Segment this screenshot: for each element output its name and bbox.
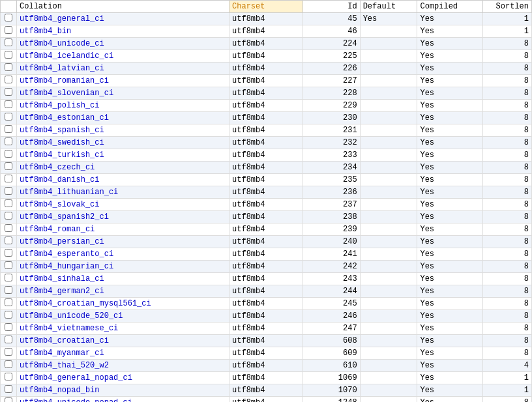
row-checkbox-cell [1, 112, 17, 124]
row-checkbox[interactable] [5, 323, 12, 331]
table-row: utf8mb4_danish_ciutf8mb4235Yes8 [1, 174, 532, 186]
row-checkbox-cell [1, 285, 17, 298]
row-id: 235 [303, 174, 360, 186]
row-checkbox[interactable] [5, 360, 12, 368]
row-checkbox-cell [1, 137, 17, 149]
row-charset: utf8mb4 [229, 285, 303, 298]
row-checkbox[interactable] [5, 113, 12, 121]
row-checkbox[interactable] [5, 261, 12, 269]
row-checkbox[interactable] [5, 137, 12, 145]
row-checkbox-cell [1, 13, 17, 25]
row-checkbox[interactable] [5, 51, 12, 59]
row-id: 244 [303, 285, 360, 298]
row-checkbox[interactable] [5, 397, 12, 402]
row-default [360, 199, 417, 211]
table-row: utf8mb4_myanmar_ciutf8mb4609Yes8 [1, 347, 532, 360]
table-row: utf8mb4_nopad_binutf8mb41070Yes1 [1, 384, 532, 397]
header-charset[interactable]: Charset [229, 1, 303, 13]
row-charset: utf8mb4 [229, 162, 303, 174]
table-row: utf8mb4_sinhala_ciutf8mb4243Yes8 [1, 273, 532, 285]
row-charset: utf8mb4 [229, 50, 303, 63]
row-collation: utf8mb4_sinhala_ci [17, 273, 229, 285]
header-checkbox [1, 1, 17, 13]
row-checkbox-cell [1, 199, 17, 211]
row-id: 232 [303, 137, 360, 149]
row-sortlen: 8 [482, 310, 531, 323]
row-sortlen: 1 [482, 372, 531, 384]
row-sortlen: 8 [482, 174, 531, 186]
row-charset: utf8mb4 [229, 248, 303, 261]
row-collation: utf8mb4_general_ci [17, 13, 229, 25]
row-charset: utf8mb4 [229, 124, 303, 137]
row-checkbox[interactable] [5, 373, 12, 380]
row-checkbox[interactable] [5, 88, 12, 96]
row-sortlen: 8 [482, 261, 531, 273]
row-charset: utf8mb4 [229, 273, 303, 285]
row-checkbox[interactable] [5, 125, 12, 133]
header-compiled[interactable]: Compiled [417, 1, 482, 13]
header-id[interactable]: Id [303, 1, 360, 13]
row-checkbox[interactable] [5, 298, 12, 306]
table-row: utf8mb4_estonian_ciutf8mb4230Yes8 [1, 112, 532, 124]
row-checkbox[interactable] [5, 249, 12, 257]
table-row: utf8mb4_turkish_ciutf8mb4233Yes8 [1, 149, 532, 162]
row-checkbox[interactable] [5, 286, 12, 294]
row-checkbox[interactable] [5, 385, 12, 393]
row-checkbox[interactable] [5, 224, 12, 232]
row-charset: utf8mb4 [229, 347, 303, 360]
row-default: Yes [360, 13, 417, 25]
row-checkbox[interactable] [5, 212, 12, 220]
table-row: utf8mb4_binutf8mb446Yes1 [1, 25, 532, 38]
row-checkbox[interactable] [5, 76, 12, 83]
row-id: 237 [303, 199, 360, 211]
row-sortlen: 8 [482, 100, 531, 112]
row-id: 238 [303, 211, 360, 223]
header-collation[interactable]: Collation [17, 1, 229, 13]
row-id: 229 [303, 100, 360, 112]
row-checkbox[interactable] [5, 274, 12, 281]
row-checkbox[interactable] [5, 150, 12, 158]
row-checkbox[interactable] [5, 100, 12, 108]
row-checkbox-cell [1, 100, 17, 112]
row-checkbox[interactable] [5, 348, 12, 356]
row-checkbox[interactable] [5, 311, 12, 319]
row-id: 228 [303, 87, 360, 100]
row-id: 225 [303, 50, 360, 63]
row-charset: utf8mb4 [229, 13, 303, 25]
header-default[interactable]: Default [360, 1, 417, 13]
table-row: utf8mb4_polish_ciutf8mb4229Yes8 [1, 100, 532, 112]
row-id: 1069 [303, 372, 360, 384]
row-checkbox[interactable] [5, 199, 12, 207]
row-checkbox[interactable] [5, 162, 12, 170]
row-checkbox-cell [1, 63, 17, 75]
row-checkbox[interactable] [5, 175, 12, 182]
row-checkbox[interactable] [5, 336, 12, 343]
row-id: 231 [303, 124, 360, 137]
row-collation: utf8mb4_hungarian_ci [17, 261, 229, 273]
row-checkbox[interactable] [5, 63, 12, 71]
header-sortlen[interactable]: Sortlen [482, 1, 531, 13]
row-collation: utf8mb4_lithuanian_ci [17, 186, 229, 199]
row-checkbox-cell [1, 347, 17, 360]
row-id: 46 [303, 25, 360, 38]
row-checkbox[interactable] [5, 38, 12, 46]
row-compiled: Yes [417, 261, 482, 273]
row-checkbox-cell [1, 335, 17, 347]
row-checkbox[interactable] [5, 14, 12, 22]
sortlen-header-label: Sortlen [496, 2, 529, 11]
table-body: utf8mb4_general_ciutf8mb445YesYes1utf8mb… [1, 13, 532, 403]
row-checkbox[interactable] [5, 187, 12, 195]
row-sortlen: 8 [482, 223, 531, 236]
row-collation: utf8mb4_croatian_ci [17, 335, 229, 347]
row-id: 45 [303, 13, 360, 25]
row-checkbox-cell [1, 162, 17, 174]
row-charset: utf8mb4 [229, 323, 303, 335]
row-default [360, 236, 417, 248]
row-id: 233 [303, 149, 360, 162]
row-checkbox[interactable] [5, 26, 12, 34]
row-checkbox[interactable] [5, 237, 12, 244]
row-compiled: Yes [417, 137, 482, 149]
row-default [360, 285, 417, 298]
row-sortlen: 8 [482, 347, 531, 360]
row-checkbox-cell [1, 38, 17, 50]
